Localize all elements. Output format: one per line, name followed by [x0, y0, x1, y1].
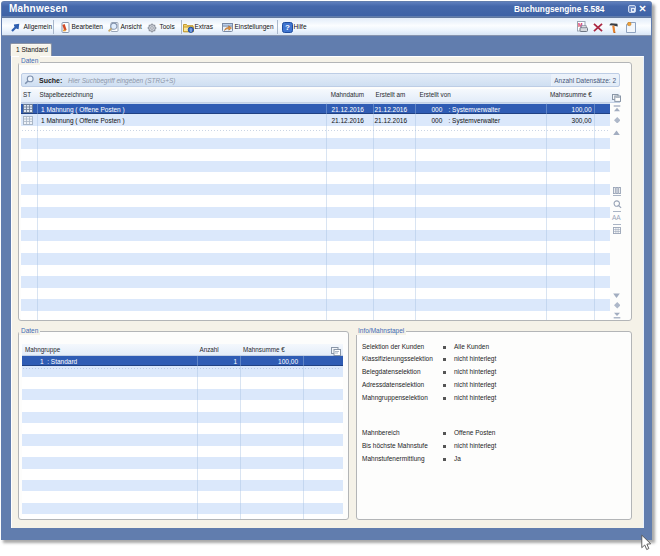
svg-text:?: ? [285, 23, 290, 32]
svg-text:i: i [190, 26, 191, 32]
